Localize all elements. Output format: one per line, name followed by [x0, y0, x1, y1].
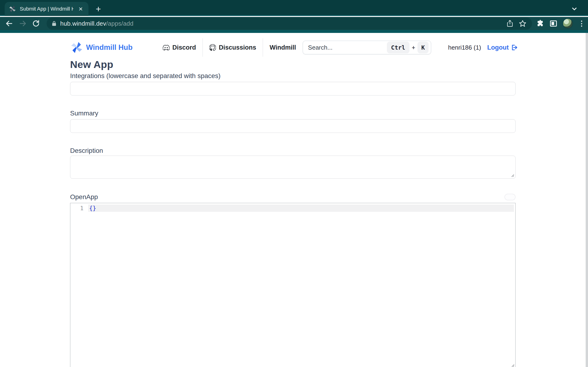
- integrations-input[interactable]: [70, 82, 516, 95]
- github-discussions-icon: [209, 44, 216, 51]
- tab-search-chevron-icon[interactable]: [570, 5, 579, 13]
- nav-label: Windmill: [269, 44, 296, 51]
- description-label: Description: [70, 147, 516, 154]
- browser-toolbar: hub.windmill.dev/apps/add ⋮: [0, 17, 588, 30]
- new-tab-button[interactable]: +: [93, 4, 103, 14]
- username: henri186 (1): [448, 44, 481, 51]
- page-scrollbar[interactable]: [586, 33, 588, 367]
- editor-current-line: [88, 205, 514, 212]
- nav-link-windmill[interactable]: Windmill: [263, 40, 302, 56]
- nav-label: Discussions: [219, 44, 256, 51]
- windmill-favicon: [8, 5, 17, 13]
- share-icon[interactable]: [505, 19, 515, 28]
- discord-icon: [163, 45, 170, 50]
- integrations-label: Integrations (lowercase and separated wi…: [70, 72, 516, 80]
- editor-code-line[interactable]: {}: [89, 205, 96, 212]
- url-host: hub.windmill.dev: [60, 20, 106, 27]
- url-text: hub.windmill.dev/apps/add: [60, 20, 133, 27]
- back-icon[interactable]: [5, 19, 14, 28]
- logout-icon: [511, 44, 518, 51]
- url-path: /apps/add: [106, 20, 133, 27]
- summary-input[interactable]: [70, 119, 516, 133]
- reload-icon[interactable]: [32, 19, 41, 28]
- browser-tab[interactable]: Submit App | Windmill Hub ×: [5, 2, 88, 16]
- resize-handle-icon[interactable]: [511, 174, 514, 177]
- editor-resize-handle-icon[interactable]: [511, 363, 515, 367]
- brand-name: Windmill Hub: [86, 43, 133, 52]
- nav-label: Discord: [172, 44, 196, 51]
- user-area: henri186 (1) Logout: [448, 44, 518, 51]
- side-panel-icon[interactable]: [549, 19, 557, 27]
- kbd-ctrl: Ctrl: [387, 42, 410, 53]
- logout-label: Logout: [487, 44, 509, 51]
- address-bar[interactable]: hub.windmill.dev/apps/add: [47, 17, 532, 30]
- brand-link[interactable]: Windmill Hub: [70, 41, 133, 54]
- browser-menu-icon[interactable]: ⋮: [578, 20, 585, 27]
- kbd-plus: +: [412, 44, 415, 51]
- tab-title: Submit App | Windmill Hub: [20, 6, 73, 12]
- nav-link-discussions[interactable]: Discussions: [203, 40, 263, 56]
- extensions-puzzle-icon[interactable]: [536, 19, 544, 27]
- editor-line-number: 1: [70, 205, 84, 212]
- profile-avatar[interactable]: [563, 18, 573, 29]
- openapp-label: OpenApp: [70, 193, 98, 201]
- search-input[interactable]: [308, 44, 387, 51]
- page-body: Windmill Hub Discord Discussions: [0, 33, 586, 367]
- windmill-logo-icon: [70, 41, 83, 54]
- kbd-k: K: [418, 42, 428, 53]
- tab-close-icon[interactable]: ×: [77, 5, 85, 13]
- editor-gutter: [70, 203, 88, 367]
- site-header: Windmill Hub Discord Discussions: [70, 33, 516, 58]
- openapp-toggle[interactable]: [504, 194, 516, 200]
- code-editor[interactable]: 1 {}: [70, 203, 516, 367]
- toolbar-divider: [0, 30, 588, 33]
- browser-tab-strip: Submit App | Windmill Hub × +: [0, 0, 588, 16]
- logout-link[interactable]: Logout: [487, 44, 518, 51]
- nav-link-discord[interactable]: Discord: [156, 40, 203, 56]
- summary-label: Summary: [70, 109, 516, 117]
- bookmark-star-icon[interactable]: [518, 19, 527, 28]
- page-title: New App: [70, 59, 516, 70]
- forward-icon[interactable]: [18, 19, 27, 28]
- search-box[interactable]: Ctrl + K: [303, 41, 431, 54]
- main-nav: Discord Discussions Windmill: [156, 38, 303, 57]
- lock-icon: [51, 20, 57, 26]
- description-textarea[interactable]: [70, 156, 516, 179]
